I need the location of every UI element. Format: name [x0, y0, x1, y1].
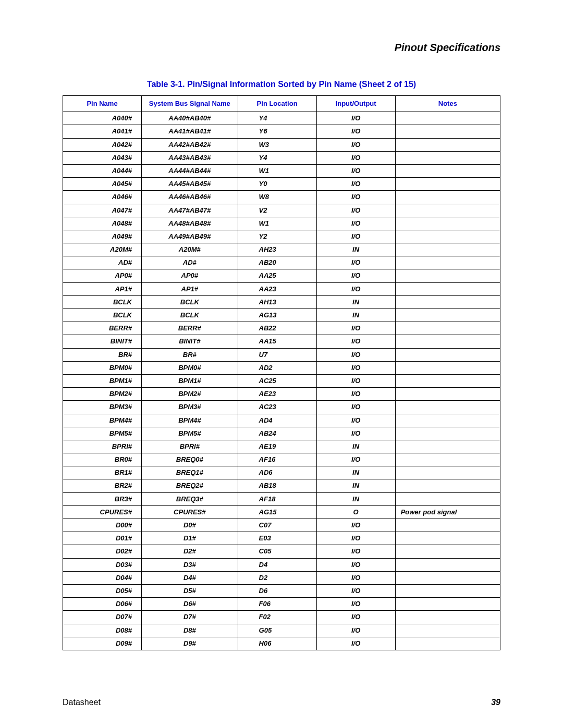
cell-io: IN: [316, 295, 395, 309]
cell-io: I/O: [316, 204, 395, 217]
cell-io: I/O: [316, 256, 395, 269]
cell-pin-name: A047#: [63, 204, 142, 217]
cell-notes: [395, 125, 500, 138]
table-row: D04#D4#D2I/O: [63, 571, 500, 584]
cell-signal: AA42#AB42#: [142, 138, 238, 151]
table-row: D03#D3#D4I/O: [63, 558, 500, 571]
cell-location: AC23: [238, 401, 316, 414]
cell-pin-name: A049#: [63, 230, 142, 243]
cell-io: I/O: [316, 322, 395, 335]
cell-signal: BREQ0#: [142, 453, 238, 466]
cell-signal: BPM0#: [142, 361, 238, 374]
cell-io: I/O: [316, 453, 395, 466]
cell-io: IN: [316, 243, 395, 256]
table-row: BPM3#BPM3#AC23I/O: [63, 401, 500, 414]
table-row: BR#BR#U7I/O: [63, 348, 500, 361]
footer-left: Datasheet: [63, 698, 101, 707]
cell-location: AD6: [238, 466, 316, 479]
cell-signal: AA45#AB45#: [142, 178, 238, 191]
cell-signal: AA48#AB48#: [142, 217, 238, 230]
cell-location: AC25: [238, 374, 316, 387]
cell-pin-name: A046#: [63, 191, 142, 204]
cell-signal: D1#: [142, 532, 238, 545]
cell-signal: D0#: [142, 519, 238, 532]
cell-notes: [395, 492, 500, 505]
cell-location: AG15: [238, 505, 316, 519]
cell-notes: [395, 453, 500, 466]
cell-location: AH23: [238, 243, 316, 256]
cell-io: I/O: [316, 164, 395, 177]
cell-pin-name: BPM0#: [63, 361, 142, 374]
cell-location: Y6: [238, 125, 316, 138]
cell-notes: [395, 388, 500, 401]
cell-io: IN: [316, 309, 395, 322]
cell-location: W8: [238, 191, 316, 204]
table-row: BR1#BREQ1#AD6IN: [63, 466, 500, 479]
cell-notes: [395, 256, 500, 269]
cell-location: Y4: [238, 112, 316, 125]
cell-pin-name: D06#: [63, 598, 142, 611]
table-row: BPM0#BPM0#AD2I/O: [63, 361, 500, 374]
cell-signal: AA49#AB49#: [142, 230, 238, 243]
cell-io: I/O: [316, 388, 395, 401]
cell-location: AG13: [238, 309, 316, 322]
cell-location: Y0: [238, 178, 316, 191]
cell-io: I/O: [316, 545, 395, 558]
cell-io: I/O: [316, 532, 395, 545]
pinout-table: Pin Name System Bus Signal Name Pin Loca…: [63, 95, 500, 650]
table-row: A047#AA47#AB47#V2I/O: [63, 204, 500, 217]
table-row: BPRI#BPRI#AE19IN: [63, 440, 500, 453]
cell-pin-name: D05#: [63, 584, 142, 597]
cell-location: AD2: [238, 361, 316, 374]
table-caption: Table 3-1. Pin/Signal Information Sorted…: [63, 80, 500, 89]
cell-pin-name: D08#: [63, 624, 142, 637]
table-row: A046#AA46#AB46#W8I/O: [63, 191, 500, 204]
cell-notes: [395, 374, 500, 387]
cell-pin-name: BR3#: [63, 492, 142, 505]
cell-io: IN: [316, 479, 395, 492]
cell-notes: [395, 624, 500, 637]
cell-signal: BPRI#: [142, 440, 238, 453]
cell-location: Y2: [238, 230, 316, 243]
cell-pin-name: BPM4#: [63, 414, 142, 427]
cell-notes: [395, 584, 500, 597]
cell-notes: [395, 217, 500, 230]
cell-notes: [395, 414, 500, 427]
cell-io: I/O: [316, 217, 395, 230]
cell-notes: [395, 532, 500, 545]
cell-pin-name: BCLK: [63, 295, 142, 309]
cell-location: C05: [238, 545, 316, 558]
cell-io: I/O: [316, 269, 395, 282]
cell-io: I/O: [316, 427, 395, 440]
cell-location: AB18: [238, 479, 316, 492]
cell-location: D4: [238, 558, 316, 571]
cell-notes: [395, 571, 500, 584]
cell-io: IN: [316, 466, 395, 479]
cell-signal: AP1#: [142, 282, 238, 295]
cell-pin-name: A042#: [63, 138, 142, 151]
cell-pin-name: BR#: [63, 348, 142, 361]
cell-signal: AA47#AB47#: [142, 204, 238, 217]
cell-signal: AA46#AB46#: [142, 191, 238, 204]
table-row: BR3#BREQ3#AF18IN: [63, 492, 500, 505]
cell-location: H06: [238, 637, 316, 650]
cell-notes: [395, 282, 500, 295]
cell-signal: BPM3#: [142, 401, 238, 414]
cell-notes: [395, 191, 500, 204]
th-signal: System Bus Signal Name: [142, 96, 238, 112]
cell-pin-name: CPURES#: [63, 505, 142, 519]
cell-location: AE19: [238, 440, 316, 453]
cell-pin-name: A045#: [63, 178, 142, 191]
cell-signal: BCLK: [142, 309, 238, 322]
table-row: BPM1#BPM1#AC25I/O: [63, 374, 500, 387]
cell-signal: D5#: [142, 584, 238, 597]
cell-signal: AP0#: [142, 269, 238, 282]
table-row: BCLKBCLKAG13IN: [63, 309, 500, 322]
cell-notes: [395, 361, 500, 374]
cell-signal: D6#: [142, 598, 238, 611]
cell-location: W1: [238, 164, 316, 177]
cell-location: D2: [238, 571, 316, 584]
cell-signal: BERR#: [142, 322, 238, 335]
cell-pin-name: A20M#: [63, 243, 142, 256]
cell-io: I/O: [316, 519, 395, 532]
